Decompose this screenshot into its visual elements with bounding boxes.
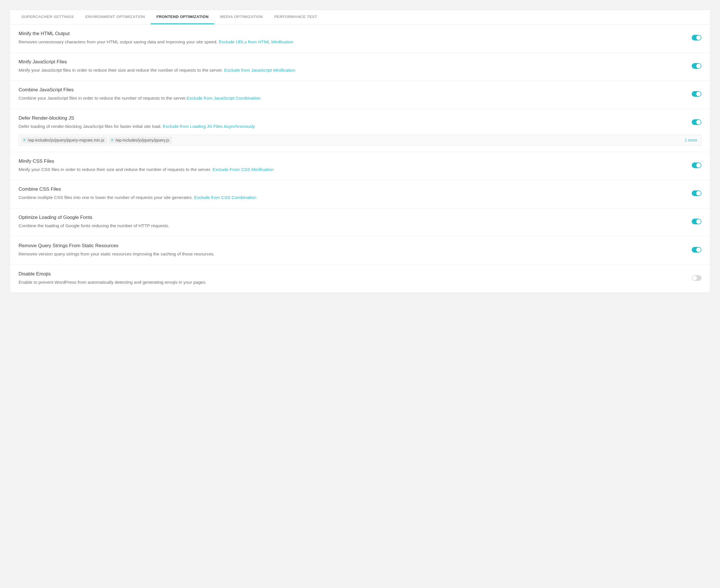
setting-desc: Combine the loading of Google fonts redu… [19, 223, 680, 229]
setting-desc: Removes version query strings from your … [19, 251, 680, 257]
chip-label: /wp-includes/js/jquery/jquery-migrate.mi… [28, 138, 104, 143]
tab-frontend[interactable]: FRONTEND OPTIMIZATION [151, 10, 214, 24]
toggle-minify-css[interactable] [692, 163, 701, 168]
setting-desc: Combine your JavaScript files in order t… [19, 95, 680, 101]
setting-title: Remove Query Strings From Static Resourc… [19, 243, 680, 249]
setting-title: Defer Render-blocking JS [19, 115, 680, 121]
setting-title: Minify CSS Files [19, 159, 680, 164]
setting-query-strings: Remove Query Strings From Static Resourc… [10, 237, 710, 265]
close-icon[interactable]: ✕ [23, 138, 26, 142]
toggle-defer-js[interactable] [692, 119, 701, 125]
setting-desc: Minify your JavaScript files in order to… [19, 67, 680, 74]
toggle-minify-html[interactable] [692, 35, 701, 41]
exclude-link-css-minify[interactable]: Exclude From CSS Minification [213, 167, 274, 172]
setting-minify-js: Minify JavaScript Files Minify your Java… [10, 53, 710, 81]
setting-title: Minify JavaScript Files [19, 59, 680, 65]
defer-js-chips[interactable]: ✕ /wp-includes/js/jquery/jquery-migrate.… [19, 135, 701, 146]
setting-desc: Enable to prevent WordPress from automat… [19, 279, 680, 286]
setting-minify-html: Minify the HTML Output Removes unnecessa… [10, 24, 710, 53]
close-icon[interactable]: ✕ [111, 138, 114, 142]
setting-desc: Combine multiple CSS files into one to l… [19, 194, 680, 201]
setting-defer-js-wrap: Defer Render-blocking JS Defer loading o… [10, 109, 710, 152]
tab-performance[interactable]: PERFORMANCE TEST [268, 10, 323, 24]
setting-defer-js: Defer Render-blocking JS Defer loading o… [10, 109, 710, 135]
setting-title: Minify the HTML Output [19, 31, 680, 37]
tab-bar: SUPERCACHER SETTINGS ENVIRONMENT OPTIMIZ… [10, 10, 710, 24]
toggle-combine-js[interactable] [692, 91, 701, 97]
setting-google-fonts: Optimize Loading of Google Fonts Combine… [10, 208, 710, 237]
exclude-link-defer-js[interactable]: Exclude from Loading JS Files Asynchrono… [163, 124, 255, 129]
setting-desc: Minify your CSS files in order to reduce… [19, 166, 680, 173]
chip-item: ✕ /wp-includes/js/jquery/jquery.js [109, 137, 172, 144]
setting-desc: Removes unnecessary characters from your… [19, 39, 680, 45]
tab-environment[interactable]: ENVIRONMENT OPTIMIZATION [80, 10, 151, 24]
toggle-minify-js[interactable] [692, 63, 701, 69]
setting-title: Disable Emojis [19, 271, 680, 277]
setting-title: Optimize Loading of Google Fonts [19, 215, 680, 220]
chip-label: /wp-includes/js/jquery/jquery.js [116, 138, 169, 143]
setting-disable-emojis: Disable Emojis Enable to prevent WordPre… [10, 265, 710, 293]
toggle-disable-emojis[interactable] [692, 275, 701, 281]
setting-title: Combine JavaScript Files [19, 87, 680, 93]
exclude-link-js-minify[interactable]: Exclude from JavaScript Minification [224, 68, 295, 72]
setting-combine-js: Combine JavaScript Files Combine your Ja… [10, 81, 710, 109]
chips-more-link[interactable]: 1 more [684, 138, 699, 143]
chip-item: ✕ /wp-includes/js/jquery/jquery-migrate.… [21, 137, 107, 144]
setting-desc: Defer loading of render-blocking JavaScr… [19, 123, 680, 130]
exclude-link-html[interactable]: Exclude URLs from HTML Minification [219, 39, 294, 44]
toggle-query-strings[interactable] [692, 247, 701, 253]
tab-supercacher[interactable]: SUPERCACHER SETTINGS [16, 10, 80, 24]
tab-media[interactable]: MEDIA OPTIMIZATION [214, 10, 268, 24]
setting-title: Combine CSS Files [19, 186, 680, 192]
setting-minify-css: Minify CSS Files Minify your CSS files i… [10, 152, 710, 181]
setting-combine-css: Combine CSS Files Combine multiple CSS f… [10, 180, 710, 208]
toggle-google-fonts[interactable] [692, 219, 701, 224]
settings-panel: SUPERCACHER SETTINGS ENVIRONMENT OPTIMIZ… [10, 10, 710, 293]
exclude-link-js-combine[interactable]: Exclude from JavaScript Combination [186, 96, 260, 101]
toggle-combine-css[interactable] [692, 190, 701, 196]
exclude-link-css-combine[interactable]: Exclude from CSS Combination [194, 195, 256, 200]
